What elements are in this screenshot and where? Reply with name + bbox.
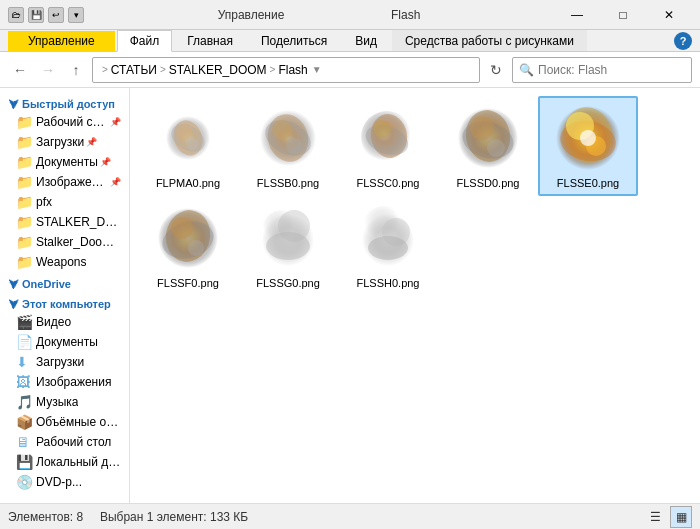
tab-view[interactable]: Вид — [342, 30, 390, 51]
tab-home[interactable]: Главная — [174, 30, 246, 51]
downloads-icon: ⬇ — [16, 354, 32, 370]
file-item-flssf0[interactable]: FLSSF0.png — [138, 196, 238, 296]
sidebar-item-pfx[interactable]: 📁 pfx — [0, 192, 129, 212]
path-segment-1[interactable]: СТАТЬИ — [111, 63, 157, 77]
file-item-flssh0[interactable]: FLSSH0.png — [338, 196, 438, 296]
tab-manage[interactable]: Управление — [8, 31, 115, 51]
file-item-flssb0[interactable]: FLSSB0.png — [238, 96, 338, 196]
file-thumb-flssd0 — [452, 102, 524, 174]
explosion-svg-flssf0 — [152, 202, 224, 274]
search-box[interactable]: 🔍 — [512, 57, 692, 83]
pin-icon: 📌 — [100, 157, 111, 167]
view-large-icons-button[interactable]: ▦ — [670, 506, 692, 528]
sidebar-item-docs2[interactable]: 📄 Документы — [0, 332, 129, 352]
folder-icon: 📁 — [16, 254, 32, 270]
file-item-flssd0[interactable]: FLSSD0.png — [438, 96, 538, 196]
sidebar-item-desktop2[interactable]: 🖥 Рабочий стол — [0, 432, 129, 452]
svg-point-17 — [470, 116, 494, 140]
status-left: Элементов: 8 Выбран 1 элемент: 133 КБ — [8, 510, 644, 524]
path-segment-2[interactable]: STALKER_DOOM — [169, 63, 267, 77]
sidebar-section-quick-access[interactable]: ⮟ Быстрый доступ — [0, 92, 129, 112]
explosion-svg-flpma0 — [152, 102, 224, 174]
svg-point-37 — [368, 236, 408, 260]
sidebar-item-dvd[interactable]: 💿 DVD-р... — [0, 472, 129, 492]
file-name-flssf0: FLSSF0.png — [157, 276, 219, 290]
file-grid: FLPMA0.png — [138, 96, 692, 296]
quick-save-icon[interactable]: 💾 — [28, 7, 44, 23]
dvd-icon: 💿 — [16, 474, 32, 490]
sidebar-item-images1[interactable]: 📁 Изображени... 📌 — [0, 172, 129, 192]
svg-point-13 — [373, 120, 391, 138]
disk-icon: 💾 — [16, 454, 32, 470]
sidebar-item-stalker-doom-d[interactable]: 📁 Stalker_Doom_D — [0, 232, 129, 252]
path-segment-3[interactable]: Flash — [278, 63, 307, 77]
status-bar: Элементов: 8 Выбран 1 элемент: 133 КБ ☰ … — [0, 503, 700, 529]
file-name-flssh0: FLSSH0.png — [357, 276, 420, 290]
folder-icon: 📁 — [16, 134, 32, 150]
help-button[interactable]: ? — [674, 32, 692, 50]
svg-point-24 — [580, 130, 596, 146]
more-tb-icon[interactable]: ▾ — [68, 7, 84, 23]
svg-point-18 — [487, 139, 505, 157]
minimize-button[interactable]: — — [554, 0, 600, 30]
file-name-flssd0: FLSSD0.png — [457, 176, 520, 190]
file-name-flpma0: FLPMA0.png — [156, 176, 220, 190]
sidebar-item-local-disk[interactable]: 💾 Локальный дис... — [0, 452, 129, 472]
refresh-button[interactable]: ↻ — [484, 58, 508, 82]
sidebar-section-onedrive[interactable]: ⮟ OneDrive — [0, 272, 129, 292]
file-name-flssc0: FLSSC0.png — [357, 176, 420, 190]
smoke-svg-flssg0 — [252, 202, 324, 274]
folder-icon: 📁 — [16, 214, 32, 230]
sidebar-item-volumes[interactable]: 📦 Объёмные объ... — [0, 412, 129, 432]
sidebar-item-docs1[interactable]: 📁 Документы 📌 — [0, 152, 129, 172]
file-item-flssc0[interactable]: FLSSC0.png — [338, 96, 438, 196]
file-item-flssg0[interactable]: FLSSG0.png — [238, 196, 338, 296]
sidebar-item-images2[interactable]: 🖼 Изображения — [0, 372, 129, 392]
file-name-flsse0: FLSSE0.png — [557, 176, 619, 190]
pin-icon: 📌 — [110, 117, 121, 127]
sidebar-item-stalker-doom[interactable]: 📁 STALKER_DOOM — [0, 212, 129, 232]
path-sep-1: > — [102, 64, 108, 75]
sidebar-item-desktop1[interactable]: 📁 Рабочий сто... 📌 — [0, 112, 129, 132]
smoke-svg-flssh0 — [352, 202, 424, 274]
maximize-button[interactable]: □ — [600, 0, 646, 30]
file-thumb-flssc0 — [352, 102, 424, 174]
sidebar-item-weapons[interactable]: 📁 Weapons — [0, 252, 129, 272]
svg-point-4 — [186, 138, 198, 150]
svg-point-33 — [266, 232, 310, 260]
file-item-flsse0[interactable]: FLSSE0.png — [538, 96, 638, 196]
search-icon: 🔍 — [519, 63, 534, 77]
svg-point-29 — [188, 240, 204, 256]
undo-icon[interactable]: ↩ — [48, 7, 64, 23]
title-bar: 🗁 💾 ↩ ▾ Управление Flash — □ ✕ — [0, 0, 700, 30]
up-button[interactable]: ↑ — [64, 58, 88, 82]
title-bar-icons: 🗁 💾 ↩ ▾ — [8, 7, 84, 23]
sidebar-item-downloads1[interactable]: 📁 Загрузки 📌 — [0, 132, 129, 152]
system-icon: 🗁 — [8, 7, 24, 23]
back-button[interactable]: ← — [8, 58, 32, 82]
pin-icon: 📌 — [110, 177, 121, 187]
explosion-svg-flssc0 — [352, 102, 424, 174]
forward-button[interactable]: → — [36, 58, 60, 82]
tab-tools[interactable]: Средства работы с рисунками — [392, 30, 587, 51]
file-thumb-flssg0 — [252, 202, 324, 274]
file-area: FLPMA0.png — [130, 88, 700, 503]
view-details-button[interactable]: ☰ — [644, 506, 666, 528]
sidebar-item-downloads2[interactable]: ⬇ Загрузки — [0, 352, 129, 372]
file-name-flssg0: FLSSG0.png — [256, 276, 320, 290]
path-dropdown-arrow[interactable]: ▼ — [312, 64, 322, 75]
close-button[interactable]: ✕ — [646, 0, 692, 30]
tab-file[interactable]: Файл — [117, 30, 173, 52]
sidebar-item-music[interactable]: 🎵 Музыка — [0, 392, 129, 412]
file-item-flpma0[interactable]: FLPMA0.png — [138, 96, 238, 196]
address-path[interactable]: > СТАТЬИ > STALKER_DOOM > Flash ▼ — [92, 57, 480, 83]
manage-label: Управление — [218, 8, 285, 22]
sidebar-item-video[interactable]: 🎬 Видео — [0, 312, 129, 332]
path-sep-3: > — [270, 64, 276, 75]
search-input[interactable] — [538, 63, 685, 77]
explosion-svg-flsse0 — [552, 102, 624, 174]
sidebar-section-this-pc[interactable]: ⮟ Этот компьютер — [0, 292, 129, 312]
images-icon: 🖼 — [16, 374, 32, 390]
tab-share[interactable]: Поделиться — [248, 30, 340, 51]
svg-point-9 — [286, 138, 302, 154]
